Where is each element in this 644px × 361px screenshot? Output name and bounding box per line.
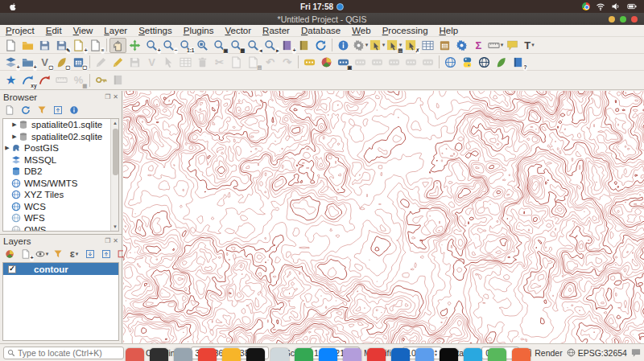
expand-arrow-icon[interactable]: ▶ (10, 121, 19, 128)
select-features-button[interactable]: ▾ (369, 38, 386, 53)
dock-app-icon[interactable] (367, 348, 386, 361)
menu-web[interactable]: Web (346, 25, 376, 37)
locator-input[interactable] (18, 348, 114, 358)
zoom-in-button[interactable]: + (143, 38, 160, 53)
dock-app-icon[interactable] (126, 348, 144, 361)
new-bookmark-button[interactable]: + (279, 38, 295, 53)
menu-database[interactable]: Database (295, 25, 346, 37)
dock-app-icon[interactable] (343, 348, 361, 361)
menu-settings[interactable]: Settings (133, 25, 178, 37)
move-feature-xy-button[interactable]: xy (19, 72, 36, 88)
refresh-browser-button[interactable] (19, 104, 33, 117)
menu-processing[interactable]: Processing (377, 25, 434, 37)
close-panel-icon[interactable]: ✕ (113, 93, 118, 101)
layer-item-contour[interactable]: ✓ contour (3, 263, 118, 275)
add-selected-layers-button[interactable] (2, 104, 17, 117)
minimize-button[interactable] (609, 16, 615, 23)
battery-icon[interactable] (626, 2, 638, 11)
browser-item-ows[interactable]: OWS (3, 224, 118, 232)
properties-button[interactable] (67, 104, 81, 117)
open-attribute-table-button[interactable] (419, 38, 436, 53)
add-group-button[interactable]: + (19, 248, 33, 260)
menu-plugins[interactable]: Plugins (178, 25, 220, 37)
python-console-button[interactable] (459, 55, 476, 70)
layer-labeling-button[interactable] (301, 55, 318, 70)
new-project-button[interactable] (2, 38, 19, 53)
browser-item-spatialite01-sqlite[interactable]: ▶spatialite01.sqlite (3, 119, 118, 131)
float-panel-icon[interactable]: ❐ (105, 237, 110, 244)
help-button[interactable]: ? (510, 55, 526, 70)
save-project-button[interactable] (36, 38, 53, 53)
dock-app-icon[interactable] (464, 348, 482, 361)
metasearch-button[interactable] (442, 55, 459, 70)
zoom-last-button[interactable]: ◂ (245, 38, 262, 53)
dock-app-icon[interactable] (488, 348, 506, 361)
toggle-editing-button[interactable] (109, 55, 126, 70)
layout-manager-button[interactable]: ≡ (87, 38, 104, 53)
zoom-to-layer-button[interactable]: ▦ (228, 38, 245, 53)
zoom-native-button[interactable]: 1:1 (177, 38, 194, 53)
menu-view[interactable]: View (68, 25, 99, 37)
zoom-to-selection-button[interactable]: ▣ (211, 38, 228, 53)
zoom-next-button[interactable]: ▸ (262, 38, 279, 53)
refresh-map-button[interactable] (312, 38, 329, 53)
locator-box[interactable] (3, 347, 124, 359)
dock-app-icon[interactable] (440, 348, 458, 361)
measure-button[interactable]: ▾ (487, 38, 504, 53)
menu-project[interactable]: Project (0, 25, 40, 37)
apple-menu-icon[interactable] (8, 2, 17, 11)
identify-features-button[interactable] (335, 38, 352, 53)
expand-all-button[interactable] (83, 248, 97, 260)
dock-app-icon[interactable] (174, 348, 192, 361)
browser-item-postgis[interactable]: ▶PostGIS (3, 142, 118, 154)
favorites-star-button[interactable]: ★ (2, 72, 19, 88)
menu-raster[interactable]: Raster (257, 25, 295, 37)
dock-app-icon[interactable] (295, 348, 313, 361)
deselect-features-button[interactable]: ✗ (402, 38, 419, 53)
browser-scrollbar[interactable]: ▲ ▼ (110, 119, 118, 231)
browser-item-spatialite02-sqlite[interactable]: ▶spatialite02.sqlite (3, 131, 118, 143)
map-canvas[interactable] (123, 91, 644, 343)
dock-app-icon[interactable] (512, 348, 530, 361)
collapse-all-layers-button[interactable] (99, 248, 114, 260)
dock-app-icon[interactable] (150, 348, 168, 361)
scroll-thumb[interactable] (113, 129, 118, 175)
layer-visibility-checkbox[interactable]: ✓ (8, 265, 16, 273)
show-bookmarks-button[interactable] (295, 38, 312, 53)
run-feature-action-button[interactable]: ▾ (352, 38, 369, 53)
close-button[interactable] (631, 16, 638, 23)
filter-legend-button[interactable] (51, 248, 65, 260)
pan-to-selection-button[interactable] (126, 38, 143, 53)
qgis-globe-button[interactable] (476, 55, 493, 70)
dock-app-icon[interactable] (246, 348, 265, 361)
map-tips-button[interactable] (504, 38, 521, 53)
crs-status-button[interactable]: EPSG:32654 (567, 348, 627, 358)
scroll-up-icon[interactable]: ▲ (111, 119, 119, 127)
statistics-button[interactable]: Σ (470, 38, 487, 53)
manage-map-themes-button[interactable]: ▾ (35, 248, 49, 260)
menu-help[interactable]: Help (434, 25, 464, 37)
browser-item-db2[interactable]: DB2 (3, 166, 118, 178)
browser-item-wfs[interactable]: WFS (3, 212, 118, 224)
text-annotation-button[interactable]: T▾ (521, 38, 538, 53)
menu-layer[interactable]: Layer (98, 25, 133, 37)
dock-app-icon[interactable] (198, 348, 217, 361)
collapse-all-button[interactable] (51, 104, 65, 117)
pan-map-button[interactable] (109, 38, 126, 53)
wifi-icon[interactable] (596, 2, 605, 11)
browser-item-wcs[interactable]: WCS (3, 201, 118, 213)
new-print-layout-button[interactable]: + (70, 38, 87, 53)
open-data-source-manager-button[interactable]: + (2, 55, 19, 70)
menu-edit[interactable]: Edit (40, 25, 68, 37)
expand-arrow-icon[interactable]: ▶ (3, 145, 11, 151)
filter-browser-button[interactable] (35, 104, 49, 117)
expand-arrow-icon[interactable]: ▶ (10, 133, 19, 140)
menu-vector[interactable]: Vector (219, 25, 257, 37)
scroll-down-icon[interactable]: ▼ (111, 223, 119, 231)
save-project-as-button[interactable]: ✎ (53, 38, 70, 53)
labeling-options-button[interactable]: ▣ (335, 55, 352, 70)
dock-app-icon[interactable] (319, 348, 337, 361)
chrome-icon[interactable] (582, 2, 590, 10)
system-clock[interactable]: Fri 17:58 (300, 2, 344, 11)
open-project-button[interactable] (19, 38, 36, 53)
